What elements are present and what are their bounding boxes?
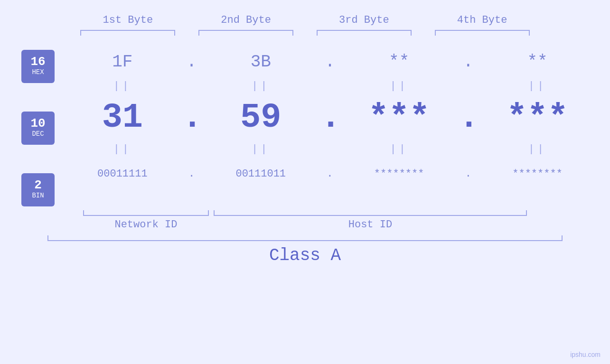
hex-row: 1F . 3B . ** . ** <box>64 45 596 78</box>
bin-b3: ******** <box>374 168 424 180</box>
hex-number: 16 <box>30 56 45 68</box>
bin-b4-cell: ******** <box>490 168 585 180</box>
bin-b2: 00111011 <box>235 168 286 180</box>
dot-dec-2-symbol: . <box>320 98 341 137</box>
eq2-b1: || <box>75 143 170 155</box>
dot-dec-1-symbol: . <box>182 98 203 137</box>
content-area: 16 HEX 10 DEC 2 BIN 1F . <box>0 45 610 206</box>
bin-name: BIN <box>32 191 44 201</box>
eq1-b1: || <box>75 80 170 92</box>
dot-dec-2: . <box>320 98 339 137</box>
network-bracket <box>83 210 209 216</box>
dec-b1-cell: 31 <box>75 98 170 137</box>
hex-b1: 1F <box>112 52 132 72</box>
dot-bin-3: . <box>459 168 478 180</box>
eq2-b2: || <box>213 143 308 155</box>
dec-b3: *** <box>368 98 430 137</box>
network-id-label: Network ID <box>83 219 209 231</box>
dec-b2: 59 <box>240 98 281 137</box>
host-bracket <box>214 210 527 216</box>
hex-b4-cell: ** <box>490 52 585 72</box>
hex-b1-cell: 1F <box>75 52 170 72</box>
top-brackets <box>0 30 610 36</box>
bin-b1-cell: 00011111 <box>75 168 170 180</box>
dec-b1: 31 <box>102 98 143 137</box>
bin-b3-cell: ******** <box>352 168 447 180</box>
class-label: Class A <box>269 246 341 265</box>
watermark: ipshu.com <box>570 351 601 358</box>
base-labels: 16 HEX 10 DEC 2 BIN <box>21 50 55 206</box>
dec-badge: 10 DEC <box>21 112 55 145</box>
eq1-b3: || <box>352 80 447 92</box>
dot-bin-3-symbol: . <box>465 168 471 180</box>
dot-dec-3: . <box>459 98 478 137</box>
eq2-b3: || <box>352 143 447 155</box>
hex-b3: ** <box>389 52 409 72</box>
hex-badge: 16 HEX <box>21 50 55 83</box>
main-container: 1st Byte 2nd Byte 3rd Byte 4th Byte 16 H… <box>0 0 610 364</box>
dot-dec-3-symbol: . <box>459 98 479 137</box>
dot-hex-2: . <box>320 52 339 72</box>
eq1-b2: || <box>213 80 308 92</box>
bracket-b2 <box>198 30 293 36</box>
bin-badge: 2 BIN <box>21 173 55 206</box>
dot-bin-2-symbol: . <box>327 168 333 180</box>
dec-b2-cell: 59 <box>213 98 308 137</box>
bin-number: 2 <box>34 179 42 191</box>
equals-row-1: || || || || <box>64 80 596 92</box>
hex-b2-cell: 3B <box>213 52 308 72</box>
dot-bin-1: . <box>182 168 201 180</box>
dec-b4-cell: *** <box>490 98 585 137</box>
dec-row: 31 . 59 . *** . *** <box>64 94 596 141</box>
id-labels: Network ID Host ID <box>0 219 610 231</box>
eq2-b4: || <box>490 143 585 155</box>
ip-grid: 1F . 3B . ** . ** <box>64 45 596 190</box>
equals-row-2: || || || || <box>64 143 596 155</box>
dot-dec-1: . <box>182 98 201 137</box>
bin-b2-cell: 00111011 <box>213 168 308 180</box>
bracket-b3 <box>317 30 412 36</box>
hex-b2: 3B <box>251 52 271 72</box>
bracket-b4 <box>435 30 530 36</box>
byte-headers: 1st Byte 2nd Byte 3rd Byte 4th Byte <box>0 14 610 26</box>
dot-hex-1: . <box>182 52 201 72</box>
dot-hex-3-symbol: . <box>463 52 474 72</box>
dot-hex-3: . <box>459 52 478 72</box>
host-id-label: Host ID <box>214 219 527 231</box>
dot-bin-2: . <box>320 168 339 180</box>
byte-label-4: 4th Byte <box>435 14 530 26</box>
full-bottom-bracket <box>47 235 563 241</box>
byte-label-1: 1st Byte <box>80 14 175 26</box>
bracket-b1 <box>80 30 175 36</box>
dec-number: 10 <box>30 117 45 130</box>
bin-row: 00011111 . 00111011 . ******** . <box>64 157 596 190</box>
dec-name: DEC <box>32 130 44 139</box>
dot-hex-2-symbol: . <box>325 52 335 72</box>
bottom-brackets <box>0 210 610 216</box>
dot-hex-1-symbol: . <box>187 52 197 72</box>
bin-b1: 00011111 <box>97 168 148 180</box>
bin-b4: ******** <box>512 168 563 180</box>
hex-name: HEX <box>32 68 44 77</box>
dec-b3-cell: *** <box>352 98 447 137</box>
eq1-b4: || <box>490 80 585 92</box>
hex-b4: ** <box>527 52 547 72</box>
dec-b4: *** <box>507 98 568 137</box>
byte-label-3: 3rd Byte <box>317 14 412 26</box>
dot-bin-1-symbol: . <box>188 168 195 180</box>
hex-b3-cell: ** <box>352 52 447 72</box>
byte-label-2: 2nd Byte <box>198 14 293 26</box>
